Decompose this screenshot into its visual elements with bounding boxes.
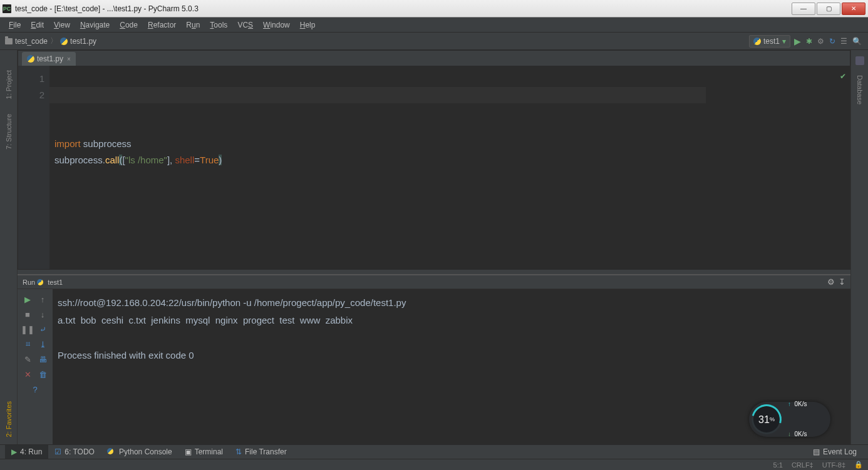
update-button[interactable]: ↻ [828,36,837,47]
pause-button[interactable]: ❚❚ [21,323,34,335]
debug-button[interactable]: ✱ [805,36,814,47]
print-button[interactable]: 🖶 [36,353,49,365]
run-tool-button[interactable]: ▶4: Run [5,445,48,459]
run-console-output[interactable]: ssh://root@192.168.0.204:22/usr/bin/pyth… [53,289,850,444]
speed-percent: 31 [758,411,770,428]
file-encoding[interactable]: UTF-8‡ [822,461,845,469]
minimize-panel-icon[interactable]: ↧ [839,277,845,287]
python-icon [37,279,43,285]
commit-button[interactable]: ☰ [839,36,849,47]
menu-tools[interactable]: Tools [205,19,232,31]
menu-edit[interactable]: Edit [26,19,49,31]
menu-file[interactable]: File [4,19,26,31]
file-transfer-button[interactable]: ⇅File Transfer [229,445,293,459]
log-icon: ▤ [813,447,820,456]
close-run-button[interactable]: ✕ [21,368,34,381]
run-button[interactable]: ▶ [793,35,802,48]
search-everywhere-button[interactable]: 🔍 [851,36,863,47]
todo-icon: ☑ [54,447,61,456]
python-file-icon [60,38,68,45]
line-gutter: 12 [18,66,49,269]
scroll-to-end-button[interactable]: ⤓ [36,338,49,350]
menu-code[interactable]: Code [115,19,143,31]
run-header-title: Run [23,278,35,286]
menu-bar: File Edit View Navigate Code Refactor Ru… [0,18,868,33]
chevron-right-icon: 〉 [50,36,58,46]
window-title: test_code - [E:\test_code] - ...\test1.p… [15,4,199,13]
python-icon [753,38,761,45]
event-log-button[interactable]: ▤Event Log [807,445,863,459]
clear-button[interactable]: 🗑 [36,368,49,381]
editor-area: test1.py × 12 ✔ import subprocess subpro… [18,50,850,270]
gear-icon[interactable]: ⚙ [827,277,835,287]
scroll-down-button[interactable]: ↓ [36,308,49,320]
close-button[interactable]: ✕ [842,3,865,15]
transfer-icon: ⇅ [235,447,242,456]
database-tool-tab[interactable]: Database [856,75,864,105]
soft-wrap-button[interactable]: ⤶ [36,323,49,335]
coverage-button[interactable]: ⚙ [816,36,825,47]
database-icon [855,56,864,65]
lock-icon[interactable]: 🔒 [854,461,863,469]
favorites-tool-tab[interactable]: 2: Favorites [5,401,13,437]
upload-icon: ↑ [788,401,791,407]
help-button[interactable]: ? [29,383,41,396]
play-icon: ▶ [11,447,17,456]
status-bar: 5:1 CRLF‡ UTF-8‡ 🔒 [0,459,868,470]
left-tool-stripe: 1: Project 7: Structure 2: Favorites [0,50,18,444]
network-speed-widget[interactable]: 31% ↑ 0K/s ↓ 0K/s [749,402,830,437]
run-toolbar: ▶ ↑ ■ ↓ ❚❚ ⤶ ⌗ ⤓ ✎ 🖶 ✕ 🗑 [18,289,53,444]
maximize-button[interactable]: ▢ [817,3,840,15]
run-header: Run test1 ⚙ ↧ [18,275,850,289]
navigation-bar: test_code 〉 test1.py test1 ▾ ▶ ✱ ⚙ ↻ ☰ 🔍 [0,33,868,50]
breadcrumb[interactable]: test_code 〉 test1.py [5,36,96,46]
project-tool-tab[interactable]: 1: Project [5,70,13,99]
bottom-tool-strip: ▶4: Run ☑6: TODO Python Console ▣Termina… [0,444,868,459]
minimize-button[interactable]: — [792,3,815,15]
scroll-up-button[interactable]: ↑ [36,293,49,305]
tab-label: test1.py [37,54,63,63]
close-tab-icon[interactable]: × [67,56,71,63]
python-file-icon [27,55,34,63]
dump-threads-button[interactable]: ⌗ [21,338,34,350]
rerun-button[interactable]: ▶ [21,293,34,305]
menu-help[interactable]: Help [295,19,321,31]
editor-tabbar: test1.py × [18,51,850,66]
run-config-dropdown[interactable]: test1 ▾ [749,35,790,48]
menu-view[interactable]: View [49,19,75,31]
chevron-down-icon: ▾ [782,37,786,46]
editor-tab[interactable]: test1.py × [22,52,76,66]
breadcrumb-file: test1.py [70,37,96,46]
speed-gauge: 31% [752,404,782,434]
code-editor[interactable]: 12 ✔ import subprocess subprocess.call([… [18,66,850,269]
menu-vcs[interactable]: VCS [232,19,258,31]
app-icon: PC [3,4,11,13]
line-separator[interactable]: CRLF‡ [792,461,814,469]
menu-window[interactable]: Window [258,19,295,31]
window-titlebar: PC test_code - [E:\test_code] - ...\test… [0,0,868,18]
folder-icon [5,38,13,44]
cursor-position[interactable]: 5:1 [773,461,783,469]
code-content[interactable]: ✔ import subprocess subprocess.call(["ls… [49,66,850,269]
right-tool-stripe: Database [850,50,868,444]
inspection-ok-icon: ✔ [840,68,846,84]
pin-button[interactable]: ✎ [21,353,34,365]
structure-tool-tab[interactable]: 7: Structure [5,114,13,150]
terminal-icon: ▣ [185,447,192,456]
python-icon [107,447,116,456]
menu-run[interactable]: Run [181,19,205,31]
run-header-name: test1 [48,278,63,286]
terminal-button[interactable]: ▣Terminal [178,445,229,459]
run-tool-window: Run test1 ⚙ ↧ ▶ ↑ ■ ↓ ❚❚ ⤶ ⌗ ⤓ [18,274,850,444]
breadcrumb-root: test_code [15,37,48,46]
todo-tool-button[interactable]: ☑6: TODO [48,445,101,459]
run-config-name: test1 [763,37,780,46]
menu-refactor[interactable]: Refactor [143,19,181,31]
menu-navigate[interactable]: Navigate [75,19,115,31]
stop-button[interactable]: ■ [21,308,34,320]
download-icon: ↓ [788,431,791,437]
python-console-button[interactable]: Python Console [101,445,178,459]
